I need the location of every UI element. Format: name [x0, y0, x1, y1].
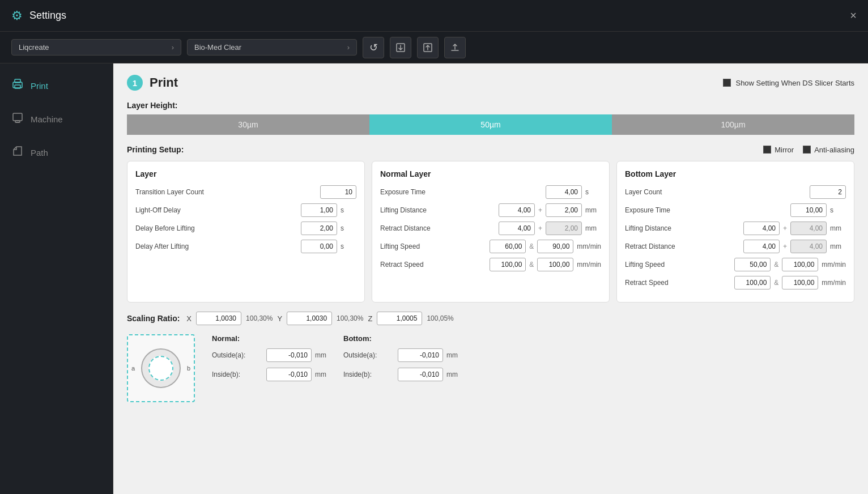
delay-after-lifting-label: Delay After Lifting — [135, 242, 297, 250]
sidebar-item-path[interactable]: Path — [0, 136, 113, 169]
transition-layer-input[interactable] — [320, 185, 356, 199]
bottom-lifting-speed-input1[interactable] — [734, 258, 771, 271]
diagram-box: a b — [127, 334, 195, 402]
plus-icon2: + — [538, 224, 542, 232]
print-icon — [11, 78, 24, 93]
layer-100-button[interactable]: 100µm — [612, 114, 854, 135]
normal-retract-speed-input1[interactable] — [490, 258, 526, 271]
mirror-checkbox[interactable] — [763, 146, 771, 154]
bottom-outside-input[interactable] — [398, 348, 443, 362]
reset-button[interactable]: ↺ — [363, 37, 384, 58]
layer-30-button[interactable]: 30µm — [127, 114, 369, 135]
scaling-x-input[interactable] — [196, 312, 241, 325]
diagram-label-a: a — [131, 365, 135, 372]
normal-lifting-dist-input2[interactable] — [546, 203, 582, 217]
layer-height-buttons: 30µm 50µm 100µm — [127, 114, 854, 135]
normal-layer-card: Normal Layer Exposure Time s Lifting Dis… — [372, 161, 610, 303]
bottom-retract-dist-input1[interactable] — [743, 240, 780, 253]
bottom-outside-unit: mm — [446, 351, 458, 359]
scaling-y-pct: 100,30% — [337, 314, 363, 322]
layer-50-button[interactable]: 50µm — [369, 114, 612, 135]
plus-icon1: + — [538, 206, 542, 214]
bottom-layer-card: Bottom Layer Layer Count Exposure Time s… — [616, 161, 854, 303]
bottom-inside-label: Inside(b): — [343, 370, 394, 378]
bottom-exposure-row: Exposure Time s — [625, 203, 846, 217]
bottom-retract-speed-input1[interactable] — [734, 276, 771, 289]
layer-card-title: Layer — [135, 169, 356, 178]
export-icon — [423, 42, 433, 53]
sidebar-print-label: Print — [31, 81, 48, 91]
close-button[interactable]: × — [850, 9, 857, 22]
bottom-layer-count-row: Layer Count — [625, 185, 846, 199]
sidebar-item-machine[interactable]: Machine — [0, 103, 113, 136]
normal-inside-row: Inside(b): mm — [212, 368, 326, 381]
amp-icon2: & — [529, 261, 534, 269]
material-dropdown[interactable]: Bio-Med Clear › — [187, 39, 357, 56]
normal-lifting-speed-label: Lifting Speed — [380, 242, 486, 250]
bottom-inside-row: Inside(b): mm — [343, 368, 458, 381]
normal-retract-dist-input2[interactable] — [546, 222, 582, 235]
normal-retract-dist-label: Retract Distance — [380, 224, 495, 232]
title-bar-left: ⚙ Settings — [11, 8, 66, 23]
transition-layer-label: Transition Layer Count — [135, 188, 317, 196]
layer-card: Layer Transition Layer Count Light-Off D… — [127, 161, 365, 303]
antialiasing-label[interactable]: Anti-aliasing — [803, 146, 854, 154]
cards-row: Layer Transition Layer Count Light-Off D… — [127, 161, 854, 303]
export-button[interactable] — [417, 37, 439, 58]
bottom-retract-dist-unit: mm — [830, 242, 846, 250]
sidebar-item-print[interactable]: Print — [0, 69, 113, 103]
bottom-outside-label: Outside(a): — [343, 351, 394, 359]
normal-retract-speed-row: Retract Speed & mm/min — [380, 258, 601, 271]
toolbar: Liqcreate › Bio-Med Clear › ↺ — [0, 32, 868, 63]
bottom-retract-speed-row: Retract Speed & mm/min — [625, 276, 846, 289]
printing-setup-label: Printing Setup: — [127, 145, 184, 154]
normal-lifting-speed-unit: mm/min — [577, 242, 601, 250]
bottom-layer-count-input[interactable] — [810, 185, 846, 199]
mirror-antialiasing-row: Mirror Anti-aliasing — [763, 146, 854, 154]
sidebar-path-label: Path — [31, 148, 48, 157]
import-button[interactable] — [390, 37, 411, 58]
scaling-y-input[interactable] — [287, 312, 332, 325]
delay-before-lifting-input[interactable] — [301, 222, 337, 235]
normal-lifting-dist-input1[interactable] — [499, 203, 535, 217]
normal-outside-input[interactable] — [266, 348, 312, 362]
bottom-lifting-dist-row: Lifting Distance + mm — [625, 222, 846, 235]
bottom-lifting-dist-input1[interactable] — [743, 222, 780, 235]
bottom-lifting-dist-input2[interactable] — [790, 222, 827, 235]
upload-button[interactable] — [444, 37, 466, 58]
show-setting-checkbox[interactable] — [723, 79, 731, 87]
normal-lifting-speed-row: Lifting Speed & mm/min — [380, 240, 601, 253]
antialiasing-checkbox[interactable] — [803, 146, 811, 154]
app-title: Settings — [29, 10, 66, 22]
bottom-retract-speed-input2[interactable] — [782, 276, 818, 289]
normal-retract-dist-unit: mm — [585, 224, 601, 232]
normal-exposure-input[interactable] — [546, 185, 582, 199]
y-axis-label: Y — [277, 314, 282, 323]
bottom-lifting-speed-label: Lifting Speed — [625, 261, 731, 269]
normal-lifting-speed-input1[interactable] — [490, 240, 526, 253]
bottom-exposure-unit: s — [830, 206, 846, 214]
light-off-delay-input[interactable] — [301, 203, 337, 217]
manufacturer-dropdown[interactable]: Liqcreate › — [11, 39, 181, 56]
bottom-exposure-input[interactable] — [790, 203, 827, 217]
delay-after-lifting-row: Delay After Lifting s — [135, 240, 356, 253]
delay-after-lifting-input[interactable] — [301, 240, 337, 253]
normal-lifting-speed-input2[interactable] — [537, 240, 573, 253]
bottom-lifting-dist-unit: mm — [830, 224, 846, 232]
diagram-label-b: b — [187, 365, 190, 372]
bottom-lifting-speed-input2[interactable] — [782, 258, 818, 271]
bottom-retract-dist-input2[interactable] — [790, 240, 827, 253]
plus-icon3: + — [783, 224, 787, 232]
scaling-z-input[interactable] — [377, 312, 422, 325]
normal-retract-dist-input1[interactable] — [499, 222, 535, 235]
settings-icon: ⚙ — [11, 8, 23, 23]
show-setting-text: Show Setting When DS Slicer Starts — [735, 79, 854, 87]
normal-exposure-row: Exposure Time s — [380, 185, 601, 199]
normal-inside-input[interactable] — [266, 368, 312, 381]
chevron-right-icon: › — [172, 43, 174, 52]
normal-retract-speed-input2[interactable] — [537, 258, 573, 271]
main-layout: Print Machine Path — [0, 63, 868, 494]
bottom-inside-input[interactable] — [398, 368, 443, 381]
svg-rect-5 — [13, 113, 22, 121]
mirror-label[interactable]: Mirror — [763, 146, 794, 154]
